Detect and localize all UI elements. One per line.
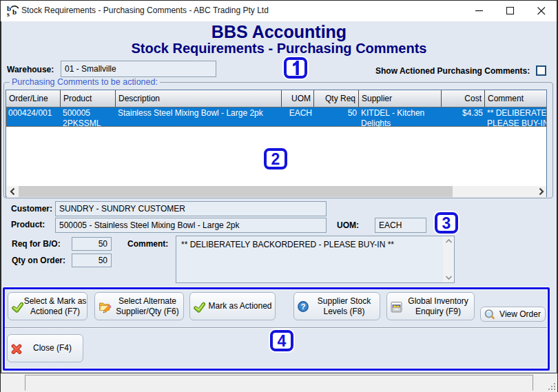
- svg-text:s: s: [7, 10, 10, 18]
- svg-text:b: b: [12, 8, 17, 16]
- svg-text:?: ?: [300, 302, 305, 311]
